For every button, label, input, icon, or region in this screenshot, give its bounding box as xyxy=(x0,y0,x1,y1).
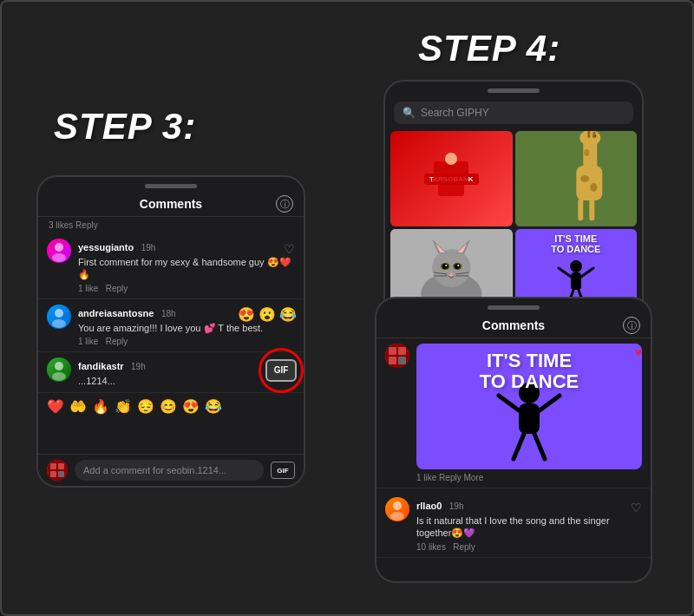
time-rllao: 19h xyxy=(449,501,464,511)
heart-icon-rllao[interactable]: ♡ xyxy=(631,501,642,514)
phone-notch xyxy=(145,184,197,188)
likes-reply-row: 3 likes Reply xyxy=(38,217,304,233)
gif-display-container: IT'S TIME TO DANCE 1 like Reply More xyxy=(416,344,642,482)
comment-item-3: fandikastr 19h ...1214... GIF xyxy=(38,352,304,393)
step4-comments-title: Comments xyxy=(482,318,545,332)
info-icon-step3[interactable]: ⓘ xyxy=(276,195,293,213)
avatar-yessugianto xyxy=(47,239,71,263)
svg-rect-51 xyxy=(385,344,409,368)
comment-text-2: You are amazing!!! I love you 💕 T the be… xyxy=(78,322,295,334)
comments-gif-notch xyxy=(488,305,540,310)
svg-rect-23 xyxy=(589,199,594,220)
gif-button[interactable]: GIF xyxy=(265,359,297,382)
svg-rect-12 xyxy=(434,161,442,183)
comment-input[interactable]: Add a comment for seobin.1214... xyxy=(75,460,264,481)
comment-content-1: yessugianto 19h First comment for my sex… xyxy=(78,239,295,293)
step3-comments-title: Comments xyxy=(140,197,202,211)
svg-point-1 xyxy=(52,253,66,262)
avatar-gif-poster xyxy=(385,344,409,368)
gif-red-jersey[interactable]: TARSOBANK xyxy=(390,131,513,226)
avatar-rllao xyxy=(385,497,409,521)
comment-item-1: yessugianto 19h First comment for my sex… xyxy=(38,233,304,299)
comment-content-rllao: rllao0 19h Is it natural that I love the… xyxy=(416,497,642,552)
comment-input-bar: Add a comment for seobin.1214... GIF xyxy=(38,454,304,486)
svg-point-36 xyxy=(442,264,448,269)
svg-rect-25 xyxy=(587,131,590,138)
svg-point-29 xyxy=(432,249,470,287)
username-1: yessugianto xyxy=(78,242,134,252)
svg-point-3 xyxy=(52,319,66,328)
svg-rect-53 xyxy=(398,347,406,355)
svg-line-61 xyxy=(534,434,545,459)
username-3: fandikastr xyxy=(78,361,124,371)
svg-line-60 xyxy=(514,434,524,459)
avatar-andreia xyxy=(47,305,71,329)
svg-point-62 xyxy=(393,501,402,510)
giphy-search-text: Search GIPHY xyxy=(421,107,489,119)
gif-circle-highlight xyxy=(259,348,304,393)
avatar-fandika xyxy=(47,357,71,382)
svg-rect-57 xyxy=(519,403,540,434)
svg-rect-10 xyxy=(58,471,64,477)
time-3: 19h xyxy=(131,362,146,371)
svg-rect-54 xyxy=(389,357,396,364)
gif-comment-posted: IT'S TIME TO DANCE 1 like Reply More ♥ xyxy=(376,338,651,488)
svg-rect-55 xyxy=(398,357,406,364)
svg-point-39 xyxy=(457,265,459,266)
svg-line-47 xyxy=(559,268,571,277)
step4-label: STEP 4: xyxy=(418,28,560,69)
username-2: andreiasantosne xyxy=(78,308,154,318)
time-2: 18h xyxy=(161,309,176,318)
comment-text-1: First comment for my sexy & handsome guy… xyxy=(78,256,295,281)
svg-point-21 xyxy=(584,149,589,156)
svg-rect-6 xyxy=(47,460,68,481)
dance-big-gif-text: IT'S TIME TO DANCE xyxy=(416,351,642,392)
avatar-self xyxy=(47,460,68,481)
time-1: 19h xyxy=(141,243,156,252)
comment-rllao: rllao0 19h Is it natural that I love the… xyxy=(376,492,651,558)
svg-point-63 xyxy=(390,512,404,521)
phone-step3: Comments ⓘ 3 likes Reply yessugianto 19h… xyxy=(36,175,305,488)
svg-point-4 xyxy=(55,362,63,370)
heart-icon-1[interactable]: ♡ xyxy=(284,242,295,256)
input-gif-button[interactable]: GIF xyxy=(271,462,295,479)
comments-header: Comments ⓘ xyxy=(38,192,304,217)
heart-filled-icon[interactable]: ♥ xyxy=(635,345,642,359)
svg-point-37 xyxy=(455,264,460,269)
svg-point-0 xyxy=(55,243,63,252)
info-icon-step4[interactable]: ⓘ xyxy=(623,317,640,334)
svg-point-14 xyxy=(445,153,457,165)
svg-rect-13 xyxy=(460,161,468,183)
comment-item-2: andreiasantosne 18h You are amazing!!! I… xyxy=(38,299,304,352)
svg-rect-7 xyxy=(50,463,56,469)
svg-point-38 xyxy=(445,265,447,266)
svg-rect-52 xyxy=(389,347,396,355)
gif-giraffe[interactable] xyxy=(515,131,638,226)
svg-point-45 xyxy=(570,260,582,272)
svg-line-58 xyxy=(499,396,519,410)
gif-meta: 1 like Reply More xyxy=(416,473,642,482)
svg-point-2 xyxy=(55,309,63,318)
step4-comments-header: Comments ⓘ xyxy=(376,313,651,338)
giphy-search-bar[interactable]: 🔍 Search GIPHY xyxy=(394,102,633,124)
svg-rect-8 xyxy=(58,463,64,469)
svg-rect-46 xyxy=(571,272,581,290)
svg-line-48 xyxy=(581,268,593,277)
svg-rect-22 xyxy=(578,199,583,220)
giphy-phone-notch xyxy=(488,88,540,93)
svg-point-5 xyxy=(52,372,66,381)
gif-button-container[interactable]: GIF xyxy=(265,359,297,382)
emoji-reaction-bar: ❤️ 🤲 🔥 👏 😔 😊 😍 😂 xyxy=(38,393,304,420)
svg-point-20 xyxy=(590,183,597,192)
page-wrapper: STEP 3: STEP 4: Comments ⓘ 3 likes Reply… xyxy=(0,0,694,616)
svg-point-19 xyxy=(580,175,589,182)
svg-line-59 xyxy=(540,396,560,410)
likes-row-rllao: 10 likes Reply xyxy=(416,542,642,552)
phone-giphy-panel: 🔍 Search GIPHY TARSOBANK xyxy=(383,80,644,323)
step3-label: STEP 3: xyxy=(54,106,196,147)
svg-rect-9 xyxy=(50,471,56,477)
comment-text-rllao: Is it natural that I love the song and t… xyxy=(416,514,642,540)
giphy-grid: TARSOBANK xyxy=(385,131,642,322)
svg-rect-26 xyxy=(593,132,595,138)
emoji-reactions-inline: 😍😮😂 xyxy=(238,306,297,323)
